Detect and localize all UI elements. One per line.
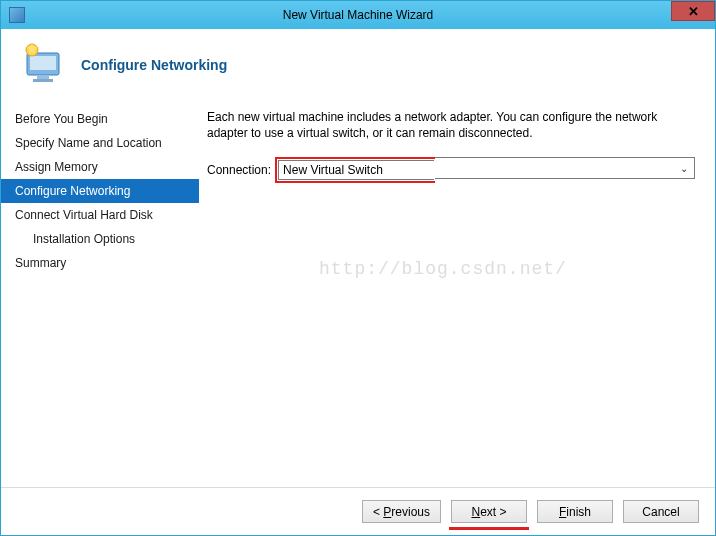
wizard-body: Before You Begin Specify Name and Locati…	[1, 99, 715, 487]
cancel-button[interactable]: Cancel	[623, 500, 699, 523]
page-title: Configure Networking	[81, 57, 227, 73]
connection-select[interactable]	[278, 160, 434, 180]
chevron-down-icon: ⌄	[680, 163, 688, 174]
svg-rect-1	[30, 56, 56, 70]
connection-row: Connection: ⌄	[207, 157, 695, 183]
window-title: New Virtual Machine Wizard	[283, 8, 434, 22]
step-before-you-begin[interactable]: Before You Begin	[1, 107, 199, 131]
description-text: Each new virtual machine includes a netw…	[207, 109, 695, 141]
svg-rect-2	[37, 75, 49, 79]
step-sidebar: Before You Begin Specify Name and Locati…	[1, 99, 199, 487]
titlebar[interactable]: New Virtual Machine Wizard ✕	[1, 1, 715, 29]
close-icon: ✕	[688, 4, 699, 19]
step-summary[interactable]: Summary	[1, 251, 199, 275]
previous-button[interactable]: < Previous	[362, 500, 441, 523]
wizard-header: Configure Networking	[1, 29, 715, 99]
wizard-content: Each new virtual machine includes a netw…	[199, 99, 715, 487]
step-specify-name[interactable]: Specify Name and Location	[1, 131, 199, 155]
next-button-highlight: Next >	[451, 500, 527, 523]
wizard-footer: < Previous Next > Finish Cancel	[1, 487, 715, 535]
connection-dropdown-tail[interactable]: ⌄	[435, 157, 695, 179]
step-connect-vhd[interactable]: Connect Virtual Hard Disk	[1, 203, 199, 227]
next-button[interactable]: Next >	[451, 500, 527, 523]
close-button[interactable]: ✕	[671, 1, 715, 21]
wizard-hero-icon	[19, 41, 67, 89]
finish-button[interactable]: Finish	[537, 500, 613, 523]
step-installation-options[interactable]: Installation Options	[1, 227, 199, 251]
connection-highlight	[275, 157, 435, 183]
app-icon	[9, 7, 25, 23]
step-configure-networking[interactable]: Configure Networking	[1, 179, 199, 203]
watermark-text: http://blog.csdn.net/	[319, 259, 567, 279]
svg-rect-3	[33, 79, 53, 82]
wizard-window: New Virtual Machine Wizard ✕ Configure N…	[0, 0, 716, 536]
step-assign-memory[interactable]: Assign Memory	[1, 155, 199, 179]
connection-label: Connection:	[207, 163, 271, 177]
